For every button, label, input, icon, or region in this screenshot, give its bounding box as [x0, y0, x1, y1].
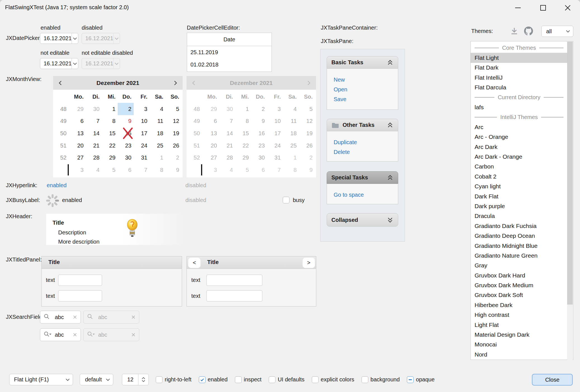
calendar-day[interactable]: 28 [86, 151, 102, 164]
calendar-day[interactable]: 25 [150, 139, 166, 152]
calendar-day[interactable]: 9 [166, 164, 181, 176]
checkbox-box[interactable] [362, 376, 368, 383]
taskpane-header[interactable]: Basic Tasks [327, 56, 398, 69]
taskpane-link[interactable]: Duplicate [334, 137, 398, 147]
themes-list-item[interactable]: Flat Light [471, 53, 567, 63]
calendar-day[interactable]: 29 [102, 151, 118, 164]
themes-list-item[interactable]: Arc Dark - Orange [471, 152, 567, 161]
themes-list-item[interactable]: Dark Flat [471, 191, 567, 201]
calendar-day[interactable]: 5 [166, 103, 181, 115]
calendar-day[interactable]: 6 [70, 115, 86, 127]
calendar-day[interactable]: 21 [86, 139, 102, 152]
checkbox-box[interactable] [156, 376, 162, 383]
taskpane-link[interactable]: Go to space [334, 190, 398, 200]
taskpane-header[interactable]: Special Tasks [327, 171, 398, 184]
calendar-day[interactable]: 15 [102, 127, 118, 139]
hyperlink-enabled[interactable]: enabled [47, 182, 67, 189]
date-table-row[interactable]: 25.11.2019 [187, 46, 272, 58]
themes-list-item[interactable]: Gruvbox Dark Medium [471, 280, 567, 290]
calendar-day[interactable]: 30 [118, 151, 134, 164]
taskpane-link[interactable]: Delete [334, 147, 398, 157]
calendar-day[interactable]: 31 [134, 151, 150, 164]
themes-list-item[interactable]: Flat IntelliJ [471, 73, 567, 82]
themes-list-item[interactable]: Hiberbee Dark [471, 300, 567, 310]
calendar-day[interactable]: 22 [102, 139, 118, 152]
collapse-toggle[interactable] [387, 122, 393, 128]
calendar-day[interactable]: 14 [86, 127, 102, 139]
date-table-row[interactable]: 01.02.2018 [187, 58, 272, 71]
checkbox-box[interactable] [269, 376, 275, 383]
themes-filter-combo[interactable]: all [541, 26, 573, 37]
clear-icon[interactable] [73, 332, 77, 337]
calendar-day[interactable]: 16 [118, 127, 134, 139]
text-input[interactable] [58, 275, 102, 286]
chevron-down-icon[interactable] [72, 58, 78, 69]
themes-list-item[interactable]: Gruvbox Dark Hard [471, 270, 567, 280]
themes-list-item[interactable]: Gradianto Nature Green [471, 251, 567, 260]
datepicker-value[interactable]: 16.12.2021 [40, 35, 72, 42]
close-button[interactable]: Close [532, 374, 573, 386]
themes-list-item[interactable]: Gruvbox Dark Soft [471, 290, 567, 300]
maximize-button[interactable] [534, 0, 552, 16]
taskpane-header[interactable]: Collapsed [327, 213, 398, 227]
collapse-toggle[interactable] [387, 175, 393, 181]
busy-checkbox[interactable] [283, 197, 289, 203]
calendar-day[interactable]: 26 [166, 139, 181, 152]
themes-list-item[interactable]: Flat Darcula [471, 83, 567, 92]
checkbox-box[interactable] [407, 376, 414, 383]
collapse-toggle[interactable] [387, 217, 393, 223]
calendar-day[interactable]: 10 [134, 115, 150, 127]
themes-list-item[interactable]: Carbon [471, 162, 567, 172]
calendar-day[interactable]: 8 [150, 164, 166, 176]
spinner-buttons[interactable] [138, 374, 148, 385]
calendar-day[interactable]: 7 [134, 164, 150, 176]
themes-list-item[interactable]: Nord [471, 350, 567, 359]
themes-list-item[interactable]: Arc [471, 122, 567, 132]
date-column-header[interactable]: Date [187, 33, 272, 46]
next-button[interactable]: > [303, 258, 315, 268]
calendar-day[interactable]: 4 [86, 164, 102, 176]
themes-list-item[interactable]: lafs [471, 102, 567, 112]
text-input[interactable] [206, 275, 262, 286]
laf-combo[interactable]: Flat Light (F1) [9, 374, 73, 385]
calendar-day[interactable]: 18 [150, 127, 166, 139]
themes-list-item[interactable]: Light Flat [471, 320, 567, 330]
datepicker-not-editable[interactable]: 16.12.2021 [40, 58, 78, 69]
themes-list-item[interactable]: Cobalt 2 [471, 172, 567, 181]
themes-list-item[interactable]: Dracula [471, 211, 567, 221]
calendar-day[interactable]: 30 [86, 103, 102, 115]
checkbox-box[interactable] [312, 376, 319, 383]
themes-list-item[interactable]: Gradianto Dark Fuchsia [471, 221, 567, 231]
themes-list-item[interactable]: Dark purple [471, 201, 567, 211]
calendar-day[interactable]: 6 [118, 164, 134, 176]
download-icon[interactable] [510, 27, 518, 35]
github-icon[interactable] [524, 27, 533, 35]
calendar-day[interactable]: 12 [166, 115, 181, 127]
calendar-day[interactable]: 23 [118, 139, 134, 152]
search-value[interactable]: abc [55, 332, 70, 338]
themes-list-item[interactable]: Monocai [471, 340, 567, 350]
scrollbar-thumb[interactable] [567, 42, 573, 305]
chevron-down-icon[interactable] [72, 33, 78, 44]
themes-list-item[interactable]: Arc Dark [471, 142, 567, 152]
calendar-day[interactable]: 3 [70, 164, 86, 176]
themes-list-item[interactable]: Gradianto Deep Ocean [471, 231, 567, 241]
calendar-day[interactable]: 11 [150, 115, 166, 127]
text-input[interactable] [58, 290, 102, 301]
calendar-day[interactable]: 9 [118, 115, 134, 127]
clear-icon[interactable] [73, 315, 77, 319]
themes-list-item[interactable]: Gray [471, 261, 567, 270]
calendar-day[interactable]: 7 [86, 115, 102, 127]
calendar-day[interactable]: 17 [134, 127, 150, 139]
calendar-day[interactable]: 19 [166, 127, 181, 139]
calendar-day[interactable]: 2 [118, 103, 134, 115]
search-field-enabled[interactable]: abc [40, 311, 81, 324]
calendar-day[interactable]: 1 [150, 151, 166, 164]
taskpane-header[interactable]: Other Tasks [327, 119, 398, 131]
calendar-day[interactable]: 24 [134, 139, 150, 152]
text-input[interactable] [206, 290, 262, 301]
taskpane-link[interactable]: New [334, 75, 398, 85]
search-value[interactable]: abc [55, 314, 70, 320]
search-field-dropdown-enabled[interactable]: abc [40, 328, 81, 341]
calendar-day[interactable]: 1 [102, 103, 118, 115]
